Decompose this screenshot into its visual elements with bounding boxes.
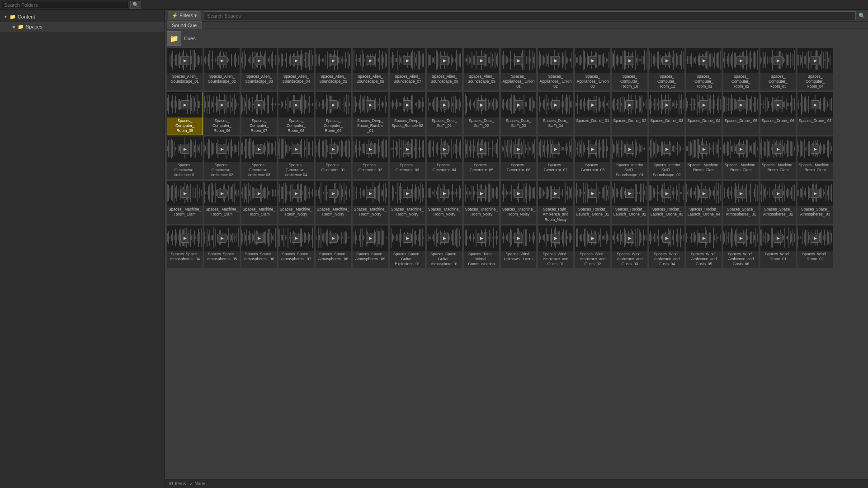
asset-tile[interactable]: ▶Spaces_ Computer_ Room_01 <box>686 47 722 91</box>
asset-tile[interactable]: ▶Spaces_ Appliances_ Union 01 <box>500 47 537 91</box>
play-button[interactable]: ▶ <box>514 56 523 65</box>
asset-tile[interactable]: ▶Spaces_Space_ Atmospheres_ 06 <box>241 225 277 268</box>
play-button[interactable]: ▶ <box>662 145 671 154</box>
play-button[interactable]: ▶ <box>180 189 189 198</box>
play-button[interactable]: ▶ <box>292 145 301 154</box>
play-button[interactable]: ▶ <box>366 145 375 154</box>
asset-tile[interactable]: ▶Spaces_ Machine_ Room_Clam <box>797 136 833 179</box>
play-button[interactable]: ▶ <box>477 100 486 109</box>
play-button[interactable]: ▶ <box>180 100 189 109</box>
play-button[interactable]: ▶ <box>403 189 412 198</box>
play-button[interactable]: ▶ <box>625 145 634 154</box>
asset-tile[interactable]: ▶Spaces_Tonal_ Animal_ Communication <box>463 225 500 268</box>
play-button[interactable]: ▶ <box>514 234 523 243</box>
play-button[interactable]: ▶ <box>255 145 264 154</box>
asset-tile[interactable]: ▶Spaces_ Machine_ Room_Noisy <box>278 180 314 224</box>
asset-tile[interactable]: ▶Spaces_Door_ SciFi_03 <box>500 92 537 135</box>
asset-tile[interactable]: ▶Spaces_Space_ Atmospheres_ 08 <box>315 225 351 268</box>
asset-tile[interactable]: ▶Spaces_Wind_ Drone_01 <box>760 225 796 268</box>
asset-tile[interactable]: ▶Spaces_Deep_ Space_Rumble _01 <box>352 92 388 135</box>
play-button[interactable]: ▶ <box>477 189 486 198</box>
asset-tile[interactable]: ▶Spaces_Rain_ Ambience_and Room_Noisy <box>538 180 574 224</box>
play-button[interactable]: ▶ <box>329 145 338 154</box>
asset-tile[interactable]: ▶Spaces_Space_ Atmospheres_ 04 <box>167 225 203 268</box>
play-button[interactable]: ▶ <box>699 56 708 65</box>
asset-tile[interactable]: ▶Spaces_Alien_ Soundscape_05 <box>315 47 351 91</box>
play-button[interactable]: ▶ <box>588 189 597 198</box>
asset-tile[interactable]: ▶Spaces_ Computer_ Room_11 <box>649 47 685 91</box>
play-button[interactable]: ▶ <box>551 145 560 154</box>
asset-tile[interactable]: ▶Spaces_Alien_ Soundscape_08 <box>426 47 462 91</box>
sound-cue-tab[interactable]: Sound Cue <box>167 21 202 29</box>
play-button[interactable]: ▶ <box>551 100 560 109</box>
asset-tile[interactable]: ▶Spaces_ Generator_07 <box>538 136 574 179</box>
asset-tile[interactable]: ▶Spaces_ Machine_ Room_Noisy <box>463 180 500 224</box>
play-button[interactable]: ▶ <box>662 56 671 65</box>
asset-tile[interactable]: ▶Spaces_Rocket_ Launch_ Drone_03 <box>649 180 685 224</box>
asset-tile[interactable]: ▶Spaces_ Machine_ Room_Clam <box>686 136 722 179</box>
play-button[interactable]: ▶ <box>811 100 820 109</box>
asset-tile[interactable]: ▶Spaces_ Computer_ Room_02 <box>723 47 759 91</box>
play-button[interactable]: ▶ <box>477 56 486 65</box>
asset-tile[interactable]: ▶Spaces_ Machine_ Room_Clam <box>760 136 796 179</box>
play-button[interactable]: ▶ <box>180 145 189 154</box>
play-button[interactable]: ▶ <box>811 189 820 198</box>
filters-button[interactable]: ⚡ Filters ▾ <box>168 11 201 20</box>
asset-tile[interactable]: ▶Spaces_Alien_ Soundscape_09 <box>463 47 500 91</box>
asset-tile[interactable]: ▶Spaces_ Generator_02 <box>352 136 388 179</box>
play-button[interactable]: ▶ <box>440 189 449 198</box>
play-button[interactable]: ▶ <box>736 100 745 109</box>
asset-tile[interactable]: ▶Spaces_ Computer_ Room_05 <box>167 92 203 135</box>
play-button[interactable]: ▶ <box>774 56 783 65</box>
asset-tile[interactable]: ▶Spaces_Rocket_ Launch_ Drone_01 <box>575 180 611 224</box>
asset-tile[interactable]: ▶Spaces_ Machine_ Room_Clam <box>723 136 759 179</box>
asset-tile[interactable]: ▶Spaces_Wind_ Ambience_and Gusts_01 <box>538 225 574 268</box>
asset-tile[interactable]: ▶Spaces_ Machine_ Room_Clam <box>204 180 240 224</box>
asset-tile[interactable]: ▶Spaces_ Generative_ Ambience 01 <box>167 136 203 179</box>
asset-tile[interactable]: ▶Spaces_Space_ Atmospheres_ 01 <box>723 180 759 224</box>
play-button[interactable]: ▶ <box>440 100 449 109</box>
play-button[interactable]: ▶ <box>217 234 226 243</box>
asset-tile[interactable]: ▶Spaces_ Machine_ Room_Noisy <box>426 180 462 224</box>
play-button[interactable]: ▶ <box>329 56 338 65</box>
asset-tile[interactable]: ▶Spaces_Wind_ Ambience_and Gusts_06 <box>723 225 759 268</box>
asset-tile[interactable]: ▶Spaces_Wind_ Drone_02 <box>797 225 833 268</box>
asset-tile[interactable]: ▶Spaces_Wind_ Ambience_and Gusts_05 <box>686 225 722 268</box>
play-button[interactable]: ▶ <box>255 56 264 65</box>
asset-tile[interactable]: ▶Spaces_Rocket_ Launch_ Drone_04 <box>686 180 722 224</box>
asset-tile[interactable]: ▶Spaces_Alien_ Soundscape_01 <box>167 47 203 91</box>
asset-tile[interactable]: ▶Spaces_Rocket_ Launch_ Drone_02 <box>612 180 648 224</box>
tree-item-content[interactable]: ▼ 📁 Content <box>0 12 165 22</box>
asset-tile[interactable]: ▶Spaces_ Computer_ Room_07 <box>241 92 277 135</box>
asset-tile[interactable]: ▶Spaces_ Machine_ Room_Noisy <box>352 180 388 224</box>
play-button[interactable]: ▶ <box>811 234 820 243</box>
asset-tile[interactable]: ▶Spaces_Drone_ 04 <box>686 92 722 135</box>
play-button[interactable]: ▶ <box>180 234 189 243</box>
asset-tile[interactable]: ▶Spaces_Space_ Atmospheres_ 02 <box>760 180 796 224</box>
play-button[interactable]: ▶ <box>736 56 745 65</box>
asset-tile[interactable]: ▶Spaces_Drone_ 06 <box>760 92 796 135</box>
play-button[interactable]: ▶ <box>403 56 412 65</box>
play-button[interactable]: ▶ <box>329 189 338 198</box>
asset-tile[interactable]: ▶Spaces_Alien_ Soundscape_04 <box>278 47 314 91</box>
asset-tile[interactable]: ▶Spaces_Space_ Atmospheres_ 03 <box>797 180 833 224</box>
play-button[interactable]: ▶ <box>699 145 708 154</box>
play-button[interactable]: ▶ <box>514 189 523 198</box>
play-button[interactable]: ▶ <box>662 100 671 109</box>
play-button[interactable]: ▶ <box>329 234 338 243</box>
play-button[interactable]: ▶ <box>217 189 226 198</box>
asset-tile[interactable]: ▶Spaces_ Generator_03 <box>389 136 425 179</box>
play-button[interactable]: ▶ <box>699 100 708 109</box>
play-button[interactable]: ▶ <box>811 56 820 65</box>
play-button[interactable]: ▶ <box>551 189 560 198</box>
asset-tile[interactable]: ▶Spaces_ Generative_ Ambience 02 <box>204 136 240 179</box>
play-button[interactable]: ▶ <box>662 189 671 198</box>
asset-tile[interactable]: ▶Spaces_Drone_ 02 <box>612 92 648 135</box>
play-button[interactable]: ▶ <box>255 100 264 109</box>
play-button[interactable]: ▶ <box>366 189 375 198</box>
asset-tile[interactable]: ▶Spaces_Alien_ Soundscape_02 <box>204 47 240 91</box>
search-folders-button[interactable]: 🔍 <box>130 1 141 9</box>
asset-tile[interactable]: ▶Spaces_Deep_ Space_Rumble 02 <box>389 92 425 135</box>
play-button[interactable]: ▶ <box>329 100 338 109</box>
asset-tile[interactable]: ▶Spaces_Interior SciFi_ Soundscape_01 <box>612 136 648 179</box>
